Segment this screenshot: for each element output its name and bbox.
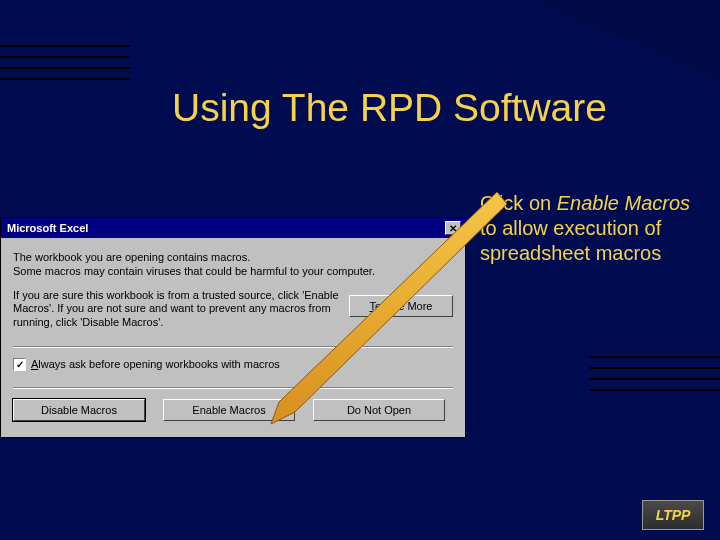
macro-warning-dialog: Microsoft Excel ✕ The workbook you are o… xyxy=(0,217,466,438)
caption-prefix: Click on xyxy=(480,192,557,214)
slide-caption: Click on Enable Macros to allow executio… xyxy=(480,191,700,266)
divider xyxy=(13,387,453,389)
p1-line-b: Some macros may contain viruses that cou… xyxy=(13,265,375,277)
dialog-title: Microsoft Excel xyxy=(7,222,88,234)
tell-more-rest: ell Me More xyxy=(375,300,432,312)
bg-lines-top xyxy=(0,45,130,89)
dialog-paragraph-1: The workbook you are opening contains ma… xyxy=(13,251,453,279)
ltpp-logo: LTPP xyxy=(642,500,704,530)
tell-me-more-button[interactable]: Tell Me More xyxy=(349,295,453,317)
p1-line-a: The workbook you are opening contains ma… xyxy=(13,251,250,263)
close-icon[interactable]: ✕ xyxy=(445,221,461,235)
do-not-open-button[interactable]: Do Not Open xyxy=(313,399,445,421)
caption-suffix: to allow execution of spreadsheet macros xyxy=(480,217,661,264)
disable-macros-button[interactable]: Disable Macros xyxy=(13,399,145,421)
caption-emphasis: Enable Macros xyxy=(557,192,690,214)
corner-accent xyxy=(530,0,720,80)
bg-lines-bottom xyxy=(590,356,720,400)
divider xyxy=(13,346,453,348)
slide-title: Using The RPD Software xyxy=(172,86,607,130)
dialog-body: The workbook you are opening contains ma… xyxy=(1,238,465,437)
always-ask-checkbox[interactable]: ✓ xyxy=(13,358,26,371)
dialog-paragraph-2: If you are sure this workbook is from a … xyxy=(13,289,339,330)
dialog-titlebar: Microsoft Excel ✕ xyxy=(1,218,465,238)
enable-macros-button[interactable]: Enable Macros xyxy=(163,399,295,421)
always-ask-label: Always ask before opening workbooks with… xyxy=(31,358,280,370)
